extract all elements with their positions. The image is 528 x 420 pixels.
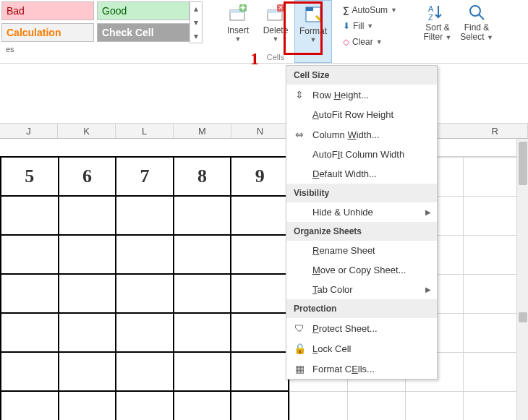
ribbon: Bad Good Calculation Check Cell ▴ ▾ ▾ es…: [0, 0, 528, 64]
annotation-1: 1: [250, 49, 259, 69]
menu-autofit-column-width[interactable]: AutoFIt Column Width: [286, 145, 437, 164]
cell[interactable]: 9: [231, 157, 289, 196]
style-good[interactable]: Good: [97, 1, 190, 20]
column-header[interactable]: N: [231, 124, 289, 138]
menu-hide-unhide[interactable]: Hide & Unhide ▶: [286, 202, 437, 222]
clear-label: Clear: [352, 37, 373, 47]
dropdown-arrow-icon: ▼: [273, 35, 279, 43]
svg-text:A: A: [428, 4, 434, 13]
menu-label: Row Height...: [312, 90, 369, 100]
menu-lock-cell[interactable]: 🔒 Lock Cell: [286, 338, 437, 359]
more-icon: ▾: [194, 31, 198, 41]
menu-rename-sheet[interactable]: Rename Sheet: [286, 241, 437, 260]
format-label: Format: [299, 27, 327, 36]
cell[interactable]: 8: [174, 157, 231, 196]
menu-autofit-row-height[interactable]: AutoFit Row Height: [286, 105, 437, 124]
svg-text:✚: ✚: [240, 4, 246, 12]
menu-label: Tab Color: [312, 284, 353, 295]
dropdown-arrow-icon: ▼: [487, 34, 493, 41]
find-select-button[interactable]: Find &Select ▼: [457, 0, 496, 44]
menu-section-visibility: Visibility: [286, 184, 437, 202]
table-row[interactable]: 5 6 7 8 9: [1, 157, 289, 196]
data-table: 5 6 7 8 9: [0, 156, 289, 420]
column-headers[interactable]: J K L M N R: [0, 123, 528, 139]
cell[interactable]: 6: [59, 157, 116, 196]
row-height-icon: ⇕: [292, 89, 307, 100]
search-icon: [467, 3, 486, 23]
column-header[interactable]: L: [116, 124, 174, 138]
sort-filter-icon: AZ: [428, 3, 447, 23]
styles-dropdown[interactable]: ▴ ▾ ▾: [190, 1, 203, 43]
sort-filter-label1: Sort &: [425, 22, 449, 33]
clear-button[interactable]: ◇ Clear ▼: [343, 35, 414, 49]
menu-move-copy-sheet[interactable]: Move or Copy Sheet...: [286, 260, 437, 280]
table-row[interactable]: [1, 352, 289, 391]
format-icon: [302, 4, 324, 25]
fill-label: Fill: [353, 21, 364, 31]
dropdown-arrow-icon: ▼: [391, 7, 397, 14]
cell-styles-gallery[interactable]: Bad Good Calculation Check Cell ▴ ▾ ▾ es: [0, 0, 213, 55]
menu-label: AutoFit Row Height: [312, 109, 393, 120]
table-row[interactable]: [1, 391, 289, 420]
table-row[interactable]: [1, 274, 289, 313]
protect-sheet-icon: 🛡: [292, 322, 307, 334]
insert-cells-icon: ✚: [227, 3, 249, 25]
menu-row-height[interactable]: ⇕ Row Height...: [286, 85, 437, 105]
column-width-icon: ⇔: [292, 129, 307, 140]
style-bad[interactable]: Bad: [1, 1, 94, 20]
editing-stack: ∑ AutoSum ▼ ⬇ Fill ▼ ◇ Clear ▼: [338, 0, 418, 51]
eraser-icon: ◇: [343, 37, 349, 47]
column-header[interactable]: K: [58, 124, 116, 138]
vertical-scrollbar[interactable]: [516, 139, 528, 420]
dropdown-arrow-icon: ▼: [310, 36, 317, 43]
menu-protect-sheet[interactable]: 🛡 Protect Sheet...: [286, 318, 437, 338]
table-row[interactable]: [1, 196, 289, 235]
menu-label: Lock Cell: [312, 343, 351, 354]
chevron-up-icon: ▴: [194, 4, 198, 14]
submenu-arrow-icon: ▶: [425, 208, 431, 216]
svg-text:×: ×: [278, 4, 283, 12]
style-check-cell[interactable]: Check Cell: [97, 23, 190, 42]
format-button[interactable]: Format ▼: [294, 0, 332, 63]
scrollbar-thumb[interactable]: [519, 142, 527, 185]
insert-label: Insert: [227, 26, 249, 35]
table-row[interactable]: [1, 235, 289, 274]
menu-section-organize: Organize Sheets: [286, 222, 437, 241]
menu-label: Rename Sheet: [312, 245, 375, 256]
sort-filter-label2: Filter: [424, 32, 443, 42]
dropdown-arrow-icon: ▼: [235, 35, 242, 43]
autosum-label: AutoSum: [352, 5, 388, 15]
cell[interactable]: 5: [1, 157, 59, 196]
fill-button[interactable]: ⬇ Fill ▼: [343, 19, 414, 33]
scrollbar-thumb[interactable]: [519, 312, 527, 322]
dropdown-arrow-icon: ▼: [367, 22, 373, 30]
menu-tab-color[interactable]: Tab Color ▶: [286, 280, 437, 299]
sigma-icon: ∑: [343, 5, 349, 15]
chevron-down-icon: ▾: [194, 17, 198, 27]
sort-filter-button[interactable]: AZ Sort &Filter ▼: [418, 0, 457, 44]
table-row[interactable]: [1, 313, 289, 352]
lock-icon: 🔒: [292, 343, 307, 354]
svg-text:Z: Z: [428, 13, 433, 22]
format-cells-icon: ▦: [292, 363, 307, 374]
format-dropdown-menu: Cell Size ⇕ Row Height... AutoFit Row He…: [286, 65, 438, 380]
worksheet-selection[interactable]: 5 6 7 8 9: [0, 156, 289, 420]
submenu-arrow-icon: ▶: [425, 286, 431, 293]
menu-label: Format CElls...: [312, 364, 375, 374]
cells-group-label: Cells: [267, 53, 284, 61]
svg-rect-9: [306, 7, 313, 11]
menu-format-cells[interactable]: ▦ Format CElls...: [286, 359, 437, 379]
column-header[interactable]: M: [174, 124, 231, 138]
svg-line-13: [479, 14, 484, 20]
column-header[interactable]: J: [0, 124, 58, 138]
find-select-label1: Find &: [464, 22, 490, 33]
menu-default-width[interactable]: Default Width...: [286, 164, 437, 184]
menu-section-cell-size: Cell Size: [286, 66, 437, 85]
menu-label: Hide & Unhide: [312, 207, 373, 218]
cell[interactable]: 7: [116, 157, 174, 196]
delete-label: Delete: [263, 26, 289, 35]
menu-column-width[interactable]: ⇔ Column Width...: [286, 124, 437, 145]
style-calculation[interactable]: Calculation: [1, 23, 94, 42]
autosum-button[interactable]: ∑ AutoSum ▼: [343, 3, 414, 17]
fill-down-icon: ⬇: [343, 21, 350, 31]
